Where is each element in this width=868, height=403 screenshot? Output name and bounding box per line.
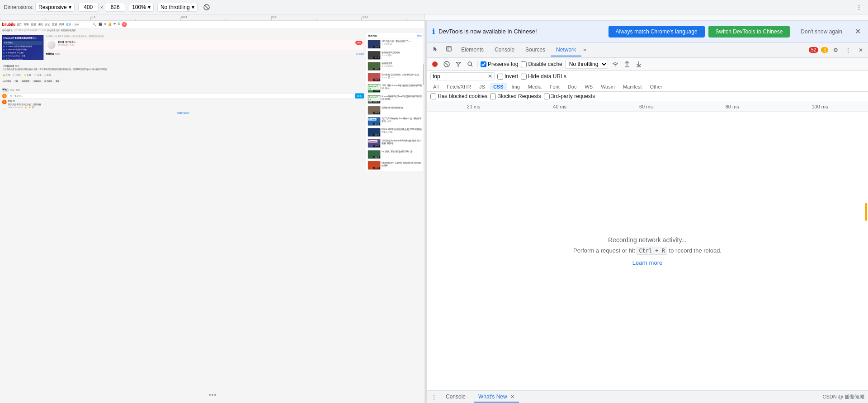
record-btn[interactable] xyxy=(430,60,439,69)
nav-more[interactable]: 更多 xyxy=(66,23,71,26)
video-thumbnail[interactable]: Chrome浏览器移动测试环境 3-1 ▶ 常用调试 1. Device: 已经… xyxy=(2,35,44,60)
tab-inspect[interactable] xyxy=(442,43,456,57)
tag-2[interactable]: 三刚 xyxy=(13,80,19,83)
sidebar-video-item-5[interactable]: Android开发 40:38:09 Android独有平行[Java平行] [… xyxy=(366,94,424,105)
filter-type-font[interactable]: Font xyxy=(546,83,563,90)
sidebar-video-item-1[interactable]: 1:13:36 移动端调试(演讲版) 👁 4.3K 💬 2 xyxy=(366,50,424,61)
filter-input[interactable] xyxy=(433,73,487,80)
third-party-label[interactable]: 3rd-party requests xyxy=(544,93,595,99)
comment-input[interactable] xyxy=(8,94,354,98)
viewport-height-input[interactable] xyxy=(105,3,125,12)
notification-close-btn[interactable]: ✕ xyxy=(853,25,863,37)
hide-data-urls-checkbox[interactable] xyxy=(521,74,527,80)
site-icon-1[interactable]: 🎬 xyxy=(99,22,102,27)
nav-live[interactable]: 直播 xyxy=(31,23,36,26)
invert-label[interactable]: Invert xyxy=(497,73,518,80)
sidebar-video-item-3[interactable]: 1:00:00 街市零售车主设计师...大型手机设计设计... 👁 12K 💬 … xyxy=(366,72,424,83)
more-options-icon[interactable]: ⋮ xyxy=(854,2,864,13)
comment-tab-latest[interactable]: 最新 xyxy=(16,89,20,92)
nav-cert[interactable]: 认证 xyxy=(45,23,50,26)
tab-network[interactable]: Network xyxy=(551,44,581,56)
zoom-select[interactable]: 100% ▾ xyxy=(129,3,154,12)
sidebar-video-item-7[interactable]: Python 1:07:00 花了几年高效的Python网络中 适, 结构分享实… xyxy=(366,116,424,127)
throttle-select-network[interactable]: No throttling Fast 3G Slow 3G xyxy=(565,60,608,69)
tag-3[interactable]: 如果期望 xyxy=(21,80,31,83)
disable-cache-label[interactable]: Disable cache xyxy=(521,61,562,67)
throttle-select[interactable]: No throttling ▾ xyxy=(157,3,198,12)
filter-type-ws[interactable]: WS xyxy=(581,83,596,90)
like-btn[interactable]: 👍 点赞 xyxy=(2,74,10,77)
search-box[interactable]: ✕ xyxy=(430,72,495,80)
share-btn[interactable]: ↗ 分享 xyxy=(34,74,42,77)
invert-checkbox[interactable] xyxy=(497,74,503,80)
tag-4[interactable]: 初级调试 xyxy=(32,80,42,83)
filter-type-js[interactable]: JS xyxy=(476,83,489,90)
filter-icon-btn[interactable] xyxy=(454,60,463,69)
tab-cursor[interactable] xyxy=(429,43,442,57)
sidebar-video-item-10[interactable]: 1:02:00 app开发, 零基础综合框架系列 (合... xyxy=(366,149,424,160)
whats-new-tab[interactable]: What's New ✕ xyxy=(474,392,519,403)
site-search-input[interactable] xyxy=(75,23,91,26)
upload-icon[interactable] xyxy=(623,60,632,69)
filter-type-fetch-xhr[interactable]: Fetch/XHR xyxy=(443,83,475,90)
tab-more[interactable]: » xyxy=(581,46,588,55)
site-icon-2[interactable]: ⚙ xyxy=(104,22,107,27)
resize-dots[interactable] xyxy=(209,394,216,396)
match-language-btn[interactable]: Always match Chrome's language xyxy=(609,26,705,37)
filter-type-wasm[interactable]: Wasm xyxy=(597,83,618,90)
site-icon-3[interactable]: 🔔 xyxy=(108,22,112,27)
sidebar-video-item-6[interactable]: 1:06:00 我开发成功美观高效地... xyxy=(366,105,424,116)
learn-more-link[interactable]: Learn more xyxy=(632,259,662,266)
no-network-icon[interactable] xyxy=(201,2,212,13)
whats-new-close[interactable]: ✕ xyxy=(510,394,514,399)
tab-elements[interactable]: Elements xyxy=(456,44,489,56)
switch-chinese-btn[interactable]: Switch DevTools to Chinese xyxy=(708,26,790,37)
tab-sources[interactable]: Sources xyxy=(520,44,551,56)
sidebar-video-item-0[interactable]: 1:04:00 160元现代设计零基础能不了一... 👁 4.3K 💬 2 xyxy=(366,39,424,50)
filter-type-doc[interactable]: Doc xyxy=(564,83,580,90)
dock-icon[interactable]: ⋮ xyxy=(843,45,854,56)
preserve-log-label[interactable]: Preserve log xyxy=(481,61,518,67)
console-tab[interactable]: Console xyxy=(441,392,470,403)
dimensions-mode-select[interactable]: Responsive ▾ xyxy=(35,3,75,12)
nav-comp[interactable]: 竞赛 xyxy=(52,23,57,26)
tag-6[interactable]: 测试 xyxy=(55,80,61,83)
tag-5[interactable]: 系列应用 xyxy=(43,80,53,83)
filter-type-other[interactable]: Other xyxy=(646,83,666,90)
nav-home[interactable]: 首页 xyxy=(17,23,22,26)
blocked-requests-checkbox[interactable] xyxy=(490,94,496,99)
comment-tab-all[interactable]: 评论 1 xyxy=(2,88,9,92)
close-icon[interactable]: ✕ xyxy=(855,45,866,56)
comment-like-icon[interactable]: 👍 xyxy=(24,107,27,109)
comment-btn[interactable]: 💬 评论 xyxy=(13,74,21,77)
has-blocked-cookies-label[interactable]: Has blocked cookies xyxy=(430,93,487,99)
tag-1[interactable]: 点击测试 xyxy=(2,80,12,83)
dont-show-again-btn[interactable]: Don't show again xyxy=(793,26,849,37)
sidebar-video-item-11[interactable]: 1:01:00 [地用游戏学公告][全机 游戏开发成功美观高效分布... xyxy=(366,160,424,171)
clear-btn[interactable] xyxy=(442,60,451,69)
sidebar-scrollbar-thumb[interactable] xyxy=(423,64,424,85)
sidebar-video-item-4[interactable]: Android开发 1:04:00 2022 最新 Android 移动端测试 … xyxy=(366,83,424,94)
comment-tab-mine[interactable]: 弹幕 xyxy=(10,89,14,92)
filter-type-media[interactable]: Media xyxy=(524,83,545,90)
site-icon-4[interactable]: ❤ xyxy=(113,22,116,27)
bookmark-btn[interactable]: ⭐ 收藏 xyxy=(24,74,32,77)
filter-clear-btn[interactable]: ✕ xyxy=(488,73,492,80)
site-search-box[interactable]: 🔍 xyxy=(72,22,97,27)
filter-type-img[interactable]: Img xyxy=(508,83,524,90)
site-icon-5[interactable]: ☰ xyxy=(118,22,120,27)
comment-reply-icon[interactable]: 💬 xyxy=(32,107,34,109)
nav-course[interactable]: 课程 xyxy=(38,23,43,26)
hide-data-urls-label[interactable]: Hide data URLs xyxy=(521,73,566,80)
comment-dislike-icon[interactable]: 👎 xyxy=(28,107,31,109)
preserve-log-checkbox[interactable] xyxy=(481,61,486,67)
sidebar-video-item-8[interactable]: 1:02:00 [Bilibil APP界面组件实战合集] 2022学期3组合 … xyxy=(366,127,424,138)
follow-btn[interactable]: 关注 xyxy=(355,41,363,45)
has-blocked-cookies-checkbox[interactable] xyxy=(430,94,436,99)
report-btn[interactable]: ⚠ 举报 xyxy=(44,74,51,77)
search-icon-btn[interactable] xyxy=(466,60,475,69)
third-party-checkbox[interactable] xyxy=(544,94,550,99)
disable-cache-checkbox[interactable] xyxy=(521,61,527,67)
load-more-comments[interactable]: 加载更多评论 xyxy=(2,110,364,116)
nav-blog[interactable]: 博客 xyxy=(24,23,28,26)
